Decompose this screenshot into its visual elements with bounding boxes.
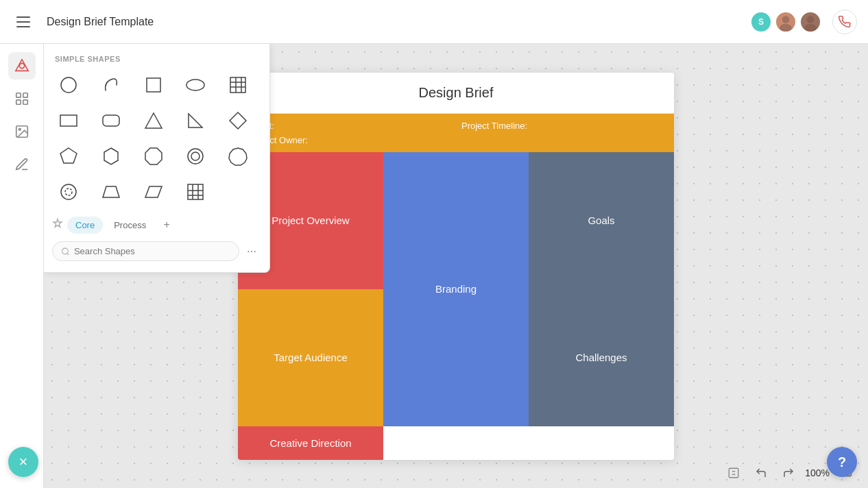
svg-rect-20 [60, 115, 77, 126]
svg-marker-23 [189, 114, 202, 127]
cell-creative-direction: Creative Direction [238, 426, 383, 460]
tab-icon [52, 218, 63, 232]
shape-grid[interactable] [179, 175, 212, 208]
shape-rounded-rect[interactable] [95, 104, 128, 137]
search-row [44, 239, 269, 267]
menu-button[interactable] [11, 10, 36, 34]
client-label: Client: [249, 121, 450, 131]
svg-point-40 [62, 248, 69, 254]
shape-ellipse[interactable] [179, 69, 212, 101]
bottom-bar: 100% [44, 458, 868, 488]
shape-rect[interactable] [52, 104, 85, 137]
brief-meta: Client: Project Timeline: Project Owner: [238, 114, 674, 152]
avatar-user2 [799, 11, 821, 33]
brief-title: Design Brief [238, 73, 674, 114]
phone-button[interactable] [832, 10, 857, 34]
owner-label: Project Owner: [249, 135, 663, 145]
shape-triangle[interactable] [137, 104, 170, 137]
shape-ring[interactable] [52, 175, 85, 208]
cell-challenges: Challenges [529, 289, 674, 426]
svg-rect-13 [147, 78, 160, 92]
sidebar-draw[interactable] [8, 151, 36, 178]
svg-rect-8 [16, 100, 20, 104]
svg-marker-24 [230, 112, 246, 129]
shape-right-triangle[interactable] [179, 104, 212, 137]
cell-goals: Goals [529, 152, 674, 289]
search-input[interactable] [74, 246, 230, 256]
avatar-s: S [750, 11, 772, 33]
shape-decagon[interactable] [221, 140, 254, 173]
shape-empty [221, 175, 254, 208]
svg-rect-9 [23, 100, 27, 104]
shape-arc[interactable] [95, 69, 128, 101]
undo-button[interactable] [750, 462, 772, 484]
brief-card: Design Brief Client: Project Timeline: P… [238, 73, 674, 460]
sidebar-shapes[interactable] [8, 52, 36, 80]
svg-point-29 [191, 152, 200, 160]
cell-target-audience: Target Audience [238, 289, 383, 426]
svg-point-44 [254, 251, 256, 252]
shape-octagon[interactable] [137, 140, 170, 173]
shape-pentagon[interactable] [52, 140, 85, 173]
svg-point-5 [19, 63, 24, 68]
svg-rect-35 [188, 184, 203, 199]
help-button[interactable]: ? [827, 447, 857, 477]
svg-point-11 [19, 128, 21, 130]
svg-point-3 [804, 23, 817, 32]
svg-point-0 [782, 16, 790, 23]
left-sidebar [0, 44, 44, 488]
tab-process[interactable]: Process [106, 217, 154, 234]
shape-table[interactable] [221, 69, 254, 101]
cell-branding: Branding [383, 152, 529, 426]
shape-hexagon[interactable] [95, 140, 128, 173]
svg-rect-7 [23, 93, 27, 97]
svg-marker-34 [145, 186, 162, 197]
svg-marker-30 [229, 148, 247, 165]
zoom-level: 100% [805, 467, 830, 478]
tabs-row: Core Process + [44, 208, 269, 239]
sidebar-frames[interactable] [8, 85, 36, 112]
svg-point-43 [251, 251, 252, 252]
shape-circle[interactable] [52, 69, 85, 101]
svg-marker-26 [104, 148, 118, 164]
tab-core[interactable]: Core [67, 217, 103, 234]
svg-line-41 [67, 253, 69, 254]
svg-point-1 [780, 23, 792, 32]
svg-point-32 [65, 188, 72, 195]
collab-avatars: S [750, 10, 857, 34]
topbar: Design Brief Template S [0, 0, 868, 44]
svg-marker-25 [60, 148, 77, 163]
shape-trapezoid[interactable] [95, 175, 128, 208]
shape-diamond[interactable] [221, 104, 254, 137]
svg-rect-6 [16, 93, 20, 97]
tab-add-button[interactable]: + [157, 215, 176, 234]
svg-rect-45 [729, 468, 738, 478]
shape-circle2[interactable] [179, 140, 212, 173]
timeline-label: Project Timeline: [461, 121, 663, 131]
shapes-grid [44, 69, 269, 208]
svg-point-28 [188, 149, 203, 164]
svg-marker-4 [15, 60, 27, 71]
close-fab[interactable]: × [8, 447, 38, 477]
shapes-panel: SIMPLE SHAPES [44, 44, 270, 273]
shapes-section-label: SIMPLE SHAPES [44, 44, 269, 69]
svg-marker-22 [145, 113, 162, 128]
redo-button[interactable] [777, 462, 799, 484]
shape-parallelogram[interactable] [137, 175, 170, 208]
sidebar-images[interactable] [8, 118, 36, 145]
document-title: Design Brief Template [47, 16, 154, 28]
svg-marker-27 [145, 148, 162, 164]
svg-point-42 [248, 251, 249, 252]
svg-point-2 [807, 16, 815, 23]
avatar-user1 [775, 11, 797, 33]
svg-rect-15 [230, 77, 245, 93]
svg-rect-21 [103, 115, 119, 126]
svg-point-12 [61, 77, 76, 93]
svg-point-31 [61, 184, 76, 199]
svg-point-14 [186, 80, 204, 90]
search-input-wrap[interactable] [52, 241, 239, 261]
canvas-icon[interactable] [723, 462, 745, 484]
more-options-button[interactable] [242, 242, 261, 261]
search-icon [61, 247, 70, 256]
shape-square[interactable] [137, 69, 170, 101]
